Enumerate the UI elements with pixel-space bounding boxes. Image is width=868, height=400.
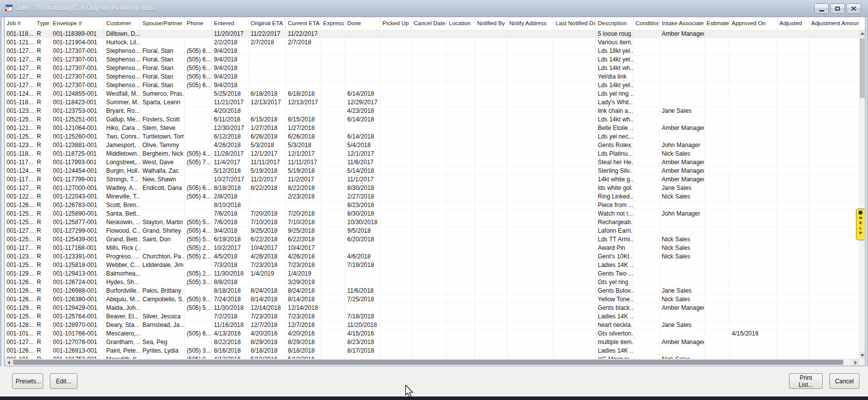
- restore-button[interactable]: [830, 4, 845, 14]
- table-cell: [345, 38, 380, 47]
- horizontal-scrollbar[interactable]: [5, 359, 859, 366]
- table-row[interactable]: 001-126...R001-126380-001Abiquiu, M...Ca…: [5, 295, 859, 304]
- table-row[interactable]: 001-117...R001-117799-001Strongs, T...Ne…: [5, 175, 859, 184]
- column-header-notified-by[interactable]: Notified By: [475, 17, 507, 30]
- column-header-entered[interactable]: Entered: [212, 17, 249, 30]
- table-cell: Amber Manager: [660, 304, 704, 312]
- table-cell: [809, 184, 859, 192]
- table-cell: [321, 192, 345, 201]
- table-row[interactable]: 001-127...R001-127307-001Stephenso...Flo…: [5, 64, 859, 73]
- table-row[interactable]: 001-121...R001-121904-001Hurlock, Lil...…: [5, 38, 859, 47]
- table-cell: Various item...: [596, 38, 634, 47]
- table-row[interactable]: 001-129...R001-129413-001Balmorhea,...(5…: [5, 270, 859, 278]
- column-header-customer[interactable]: Customer: [104, 17, 140, 30]
- table-row[interactable]: 001-126...R001-126724-001Hydes, Sh...(50…: [5, 278, 859, 287]
- table-cell: 7/18/2018: [345, 312, 380, 321]
- column-header-adjustment-amount[interactable]: Adjustment Amount: [809, 17, 859, 30]
- table-row[interactable]: 001-125...R001-125439-001Grand, Bett...S…: [5, 235, 859, 244]
- table-row[interactable]: 001-125...R001-125877-001Neskowin, ...St…: [5, 218, 859, 227]
- table-cell: R: [35, 158, 51, 167]
- table-row[interactable]: 001-127...R001-127307-001Stephenso...Flo…: [5, 55, 859, 64]
- table-cell: [412, 347, 447, 355]
- column-header-original-eta[interactable]: Original ETA: [249, 17, 286, 30]
- table-row[interactable]: 001-128...R001-128970-001Deary, Sta...Ba…: [5, 321, 859, 329]
- column-header-estimated[interactable]: Estimated: [704, 17, 730, 30]
- scroll-right-button[interactable]: [851, 359, 859, 366]
- table-cell: [447, 210, 475, 218]
- column-header-condition[interactable]: Condition: [634, 17, 660, 30]
- print-list-button[interactable]: Print List...: [789, 373, 823, 389]
- help-tab[interactable]: HELP: [856, 209, 864, 240]
- table-cell: [475, 90, 507, 98]
- close-button[interactable]: [846, 4, 861, 14]
- table-row[interactable]: 001-101...R001-101766-001Mescalero,...(5…: [5, 329, 859, 338]
- column-header-intake-associate[interactable]: Intake Associate: [660, 17, 704, 30]
- table-cell: 001-124855-001: [51, 90, 104, 98]
- table-row[interactable]: 001-127...R001-127000-001Wadley, A...End…: [5, 184, 859, 192]
- table-row[interactable]: 001-118...R001-118389-001Dilltown, D...1…: [5, 30, 859, 38]
- table-cell: 5 loose roug...: [596, 30, 634, 38]
- vertical-scroll-thumb[interactable]: [860, 38, 864, 98]
- scroll-down-button[interactable]: [859, 352, 865, 359]
- table-cell: 7/10/2018: [286, 218, 321, 227]
- table-row[interactable]: 001-123...R001-123881-001Jamesport, ...O…: [5, 141, 859, 150]
- column-header-job[interactable]: Job #: [5, 17, 35, 30]
- table-row[interactable]: 001-127...R001-127307-001Stephenso...Flo…: [5, 47, 859, 55]
- table-row[interactable]: 001-125...R001-125890-001Santa, Bett...7…: [5, 210, 859, 218]
- table-row[interactable]: 001-117...R001-117993-001Longstreet,...W…: [5, 158, 859, 167]
- column-header-picked-up[interactable]: Picked Up: [380, 17, 412, 30]
- vertical-scrollbar[interactable]: [859, 30, 865, 359]
- table-row[interactable]: 001-125...R001-125764-001Beaver, Et...Si…: [5, 312, 859, 321]
- scroll-up-button[interactable]: [859, 30, 865, 37]
- table-row[interactable]: 001-127...R001-127307-001Stephenso...Flo…: [5, 73, 859, 81]
- column-header-description[interactable]: Description: [596, 17, 634, 30]
- table-row[interactable]: 001-118...R001-118725-001Middletown...Be…: [5, 150, 859, 158]
- table-cell: [730, 115, 777, 124]
- table-row[interactable]: 001-125...R001-125260-001Two, Conni...Tu…: [5, 132, 859, 141]
- cancel-button[interactable]: Cancel: [829, 373, 859, 389]
- table-row[interactable]: 001-117...R001-117168-001Mills, Rick (..…: [5, 244, 859, 252]
- table-cell: [412, 321, 447, 329]
- table-row[interactable]: 001-123...R001-123753-001Bryant, Ro...4/…: [5, 107, 859, 115]
- table-cell: [777, 47, 809, 55]
- table-row[interactable]: 001-122...R001-122043-001Mineville, T...…: [5, 192, 859, 201]
- column-header-current-eta[interactable]: Current ETA: [286, 17, 321, 30]
- table-cell: [185, 287, 212, 295]
- table-row[interactable]: 001-124...R001-124855-001Westfall, M...S…: [5, 90, 859, 98]
- horizontal-scroll-thumb[interactable]: [13, 360, 843, 365]
- column-header-phone[interactable]: Phone: [185, 17, 212, 30]
- table-row[interactable]: 001-124...R001-124454-001Burgin, Holl...…: [5, 167, 859, 175]
- column-header-type[interactable]: Type: [35, 17, 51, 30]
- column-header-approved-on[interactable]: Approved On: [730, 17, 777, 30]
- table-row[interactable]: 001-125...R001-125818-001Webber, C...Lid…: [5, 261, 859, 270]
- column-header-notify-address[interactable]: Notify Address: [507, 17, 554, 30]
- column-header-location[interactable]: Location: [447, 17, 475, 30]
- column-header-last-notified-date[interactable]: Last Notified Date: [554, 17, 596, 30]
- title-bar[interactable]: Jobs - 203 matching C, R;Only Not Picked…: [0, 0, 868, 17]
- table-row[interactable]: 001-127...R001-127307-001Stephenso...Flo…: [5, 81, 859, 90]
- table-row[interactable]: 001-127...R001-127076-001Grantham, ...Se…: [5, 338, 859, 347]
- table-row[interactable]: 001-118...R001-118423-001Summer, M...Spa…: [5, 98, 859, 107]
- column-header-express[interactable]: Express: [321, 17, 345, 30]
- column-header-adjusted[interactable]: Adjusted: [777, 17, 809, 30]
- table-row[interactable]: 001-126...R001-126783-001Scott, Bren...8…: [5, 201, 859, 210]
- table-row[interactable]: 001-125...R001-125251-001Gallup, Me...Fo…: [5, 115, 859, 124]
- edit-button[interactable]: Edit...: [50, 373, 77, 389]
- column-header-envelope[interactable]: Envelope #: [51, 17, 104, 30]
- table-row[interactable]: 001-129...R001-129429-001Maida, Joh...(5…: [5, 304, 859, 312]
- table-row[interactable]: 001-126...R001-126988-001Burfordville...…: [5, 287, 859, 295]
- column-header-spouse-partner[interactable]: Spouse/Partner: [140, 17, 185, 30]
- table-row[interactable]: 001-126...R001-126913-001Paint, Pete...P…: [5, 347, 859, 355]
- scroll-left-button[interactable]: [5, 359, 13, 366]
- table-cell: 6/14/2018: [345, 115, 380, 124]
- table-row[interactable]: 001-121...R001-121064-001Hiko, Cara ...S…: [5, 124, 859, 132]
- presets-button[interactable]: Presets...: [12, 373, 43, 389]
- column-header-done[interactable]: Done: [345, 17, 380, 30]
- table-cell: 2/2/2018: [212, 38, 249, 47]
- table-row[interactable]: 001-123...R001-123391-001Progreso, ...Ch…: [5, 252, 859, 261]
- table-cell: [412, 201, 447, 210]
- table-cell: multiple item...: [596, 338, 634, 347]
- table-row[interactable]: 001-127...R001-127299-001Flowood, C...Gr…: [5, 227, 859, 235]
- minimize-button[interactable]: [814, 4, 829, 14]
- column-header-cancel-date[interactable]: Cancel Date: [412, 17, 447, 30]
